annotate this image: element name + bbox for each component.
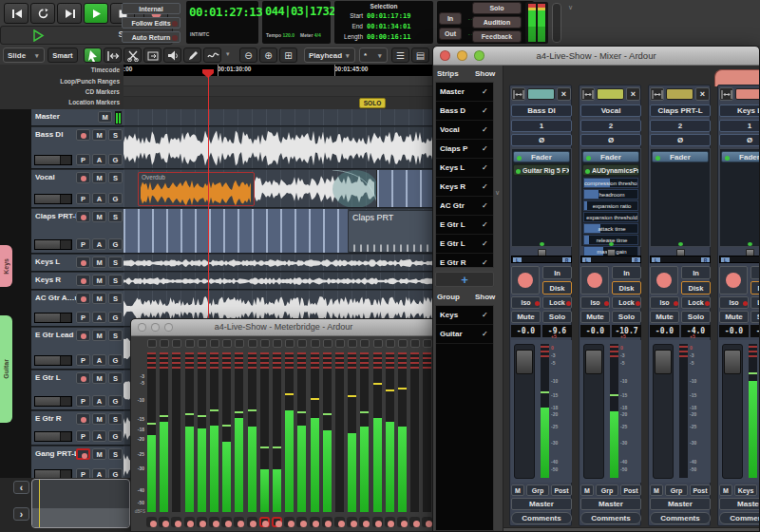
automation-button[interactable]: A (92, 354, 106, 366)
check-icon[interactable]: ✓ (482, 330, 491, 339)
plugin-control-3[interactable]: expansion threshold (583, 212, 638, 222)
strip-input-button[interactable]: 2 (580, 120, 641, 132)
check-icon[interactable]: ✓ (482, 201, 491, 211)
record-enable-button[interactable] (76, 372, 90, 384)
zoom-focus-select[interactable]: Playhead▾ (304, 48, 355, 63)
processor-box[interactable]: Fader (650, 148, 711, 247)
record-enable-button[interactable] (76, 211, 90, 222)
meter-label-cell[interactable] (248, 339, 257, 348)
meter-label-cell[interactable] (160, 339, 169, 348)
mute-button[interactable]: M (92, 293, 106, 304)
playlist-button[interactable]: P (76, 430, 90, 442)
automation-button[interactable]: A (92, 430, 106, 442)
check-icon[interactable]: ✓ (482, 311, 491, 320)
group-button[interactable]: G (108, 154, 123, 165)
meter-label-cell[interactable] (423, 339, 432, 348)
loop-button[interactable] (30, 3, 55, 24)
comments-button[interactable]: Comments (580, 512, 641, 524)
post-button[interactable]: Post (620, 484, 641, 496)
ruler-label-2[interactable]: CD Markers (0, 86, 120, 97)
plugin-0[interactable]: Guitar Rig 5 FX (513, 164, 570, 176)
output-button[interactable]: Master (511, 498, 572, 510)
monitor-fader[interactable] (552, 3, 561, 43)
fader-handle[interactable] (585, 350, 602, 374)
add-strip-button[interactable]: + (435, 272, 494, 287)
metering-button[interactable]: M (650, 484, 663, 496)
mute-button[interactable]: Mute (511, 311, 541, 323)
secondary-clock[interactable]: 044|03|1732Tempo 120.0Meter 4/4 (262, 1, 331, 44)
group-button[interactable]: G (108, 238, 123, 250)
narrow-wide-button[interactable] (580, 87, 595, 101)
disk-button[interactable]: Disk (681, 281, 711, 294)
group-button[interactable]: G (108, 312, 123, 323)
slider-handle[interactable] (60, 195, 70, 203)
input-button[interactable]: In (542, 266, 572, 279)
ruler-label-0[interactable]: Timecode (0, 65, 120, 76)
mute-button[interactable]: M (92, 256, 106, 268)
strip-list-item[interactable]: E Gtr L✓ (436, 216, 493, 235)
track-header-8[interactable]: E Gtr LMSPAG (31, 370, 124, 410)
automation-button[interactable]: A (92, 154, 106, 165)
meter-label-cell[interactable] (260, 339, 270, 348)
track-gain-slider[interactable] (34, 239, 72, 250)
lock-button[interactable]: Lock (750, 296, 760, 309)
record-enable-button[interactable] (247, 517, 257, 527)
cut-tool-icon[interactable] (124, 48, 142, 63)
solo-button[interactable]: S (108, 172, 123, 183)
meter-label-cell[interactable] (360, 339, 370, 348)
metering-button[interactable]: M (719, 484, 732, 496)
audition-tool-icon[interactable] (163, 48, 181, 63)
meter-label-cell[interactable] (348, 339, 357, 348)
record-enable-button[interactable] (159, 517, 169, 527)
plugin-control-1[interactable]: headroom (583, 189, 638, 200)
solo-location-marker[interactable]: SOLO (359, 98, 386, 108)
record-enable-button[interactable] (359, 517, 370, 527)
record-enable-button[interactable] (221, 517, 232, 527)
meter-label-cell[interactable] (335, 339, 345, 348)
gain-display[interactable]: -0.0 (650, 325, 679, 337)
solo-button[interactable]: Solo (472, 2, 522, 14)
mute-button[interactable]: M (92, 413, 106, 425)
lock-button[interactable]: Lock (542, 296, 572, 309)
record-enable-button[interactable] (259, 517, 270, 527)
fader-track[interactable] (514, 344, 535, 479)
record-enable-button[interactable] (385, 517, 395, 527)
visible-tracks-icon[interactable]: ▤ (411, 48, 429, 63)
ruler-label-1[interactable]: Loop/Punch Ranges (0, 76, 120, 86)
gain-display[interactable]: -0.0 (511, 325, 541, 337)
check-icon[interactable]: ✓ (482, 125, 491, 135)
fader-processor[interactable]: Fader (721, 151, 760, 162)
edit-tool-icon[interactable] (203, 48, 221, 63)
record-enable-button[interactable] (397, 517, 408, 527)
input-button[interactable]: In (750, 266, 760, 279)
mute-button[interactable]: M (92, 372, 106, 384)
phase-button[interactable]: Ø (650, 134, 711, 146)
group-button[interactable]: G (108, 395, 123, 407)
strip-name-button[interactable]: Vocal (580, 104, 641, 117)
track-header-7[interactable]: E Gtr LeadMSPAG (31, 328, 124, 370)
strip-list-item[interactable]: Keys L✓ (436, 159, 493, 178)
phase-button[interactable]: Ø (580, 134, 641, 146)
record-enable-button[interactable] (76, 256, 90, 268)
record-enable-button[interactable] (296, 517, 307, 527)
playlist-button[interactable]: P (76, 354, 90, 366)
close-icon[interactable]: × (557, 87, 571, 101)
solo-button[interactable]: S (108, 211, 123, 222)
solo-button[interactable]: S (108, 372, 123, 384)
strip-input-button[interactable]: 2 (650, 120, 711, 132)
solo-button[interactable]: S (108, 330, 123, 341)
input-button[interactable]: In (612, 266, 641, 279)
group-button[interactable]: G (108, 193, 123, 204)
fader-handle[interactable] (516, 350, 533, 374)
group-assign-button[interactable]: Keys (734, 484, 757, 496)
auto-return-button[interactable]: Auto Return (122, 31, 180, 43)
meter-label-cell[interactable] (323, 339, 332, 348)
draw-tool-icon[interactable] (183, 48, 201, 63)
solo-iso-button[interactable]: Iso (511, 296, 541, 309)
disk-button[interactable]: Disk (542, 281, 572, 294)
mute-button[interactable]: Mute (580, 311, 610, 323)
check-icon[interactable]: ✓ (482, 144, 491, 154)
record-enable-button[interactable] (76, 275, 90, 286)
track-gain-slider[interactable] (34, 396, 72, 407)
goto-start-button[interactable] (4, 3, 28, 24)
